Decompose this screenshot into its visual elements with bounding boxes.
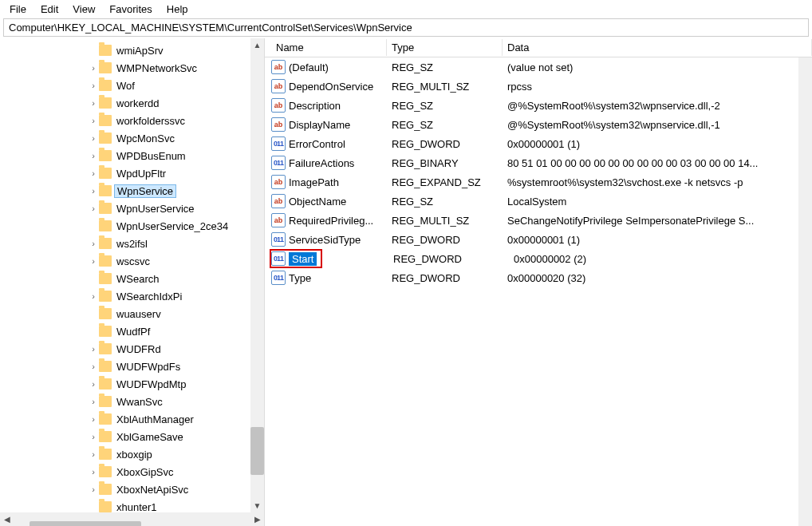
tree-item[interactable]: ›XboxGipSvc [0,463,264,481]
value-type: REG_SZ [387,100,503,112]
tree-item[interactable]: ›XboxNetApiSvc [0,481,264,498]
chevron-right-icon[interactable]: › [88,239,99,248]
tree-list: wmiApSrv›WMPNetworkSvc›Wof›workerdd›work… [0,38,264,512]
tree-item[interactable]: ›xboxgip [0,445,264,463]
tree-item[interactable]: ›WUDFWpdFs [0,358,264,375]
chevron-right-icon[interactable]: › [88,256,99,266]
registry-value-row[interactable]: abRequiredPrivileg...REG_MULTI_SZSeChang… [265,211,812,230]
folder-icon [99,308,112,319]
column-header-data[interactable]: Data [503,39,812,56]
value-name: FailureActions [289,157,354,169]
chevron-right-icon[interactable]: › [88,432,99,441]
string-value-icon: ab [271,194,286,208]
registry-value-row[interactable]: 011ServiceSidTypeREG_DWORD0x00000001 (1) [265,230,812,249]
chevron-right-icon[interactable]: › [88,98,99,108]
chevron-right-icon[interactable]: › [88,204,99,213]
scroll-left-icon[interactable]: ◀ [0,515,14,524]
values-vertical-scrollbar[interactable] [798,57,812,526]
registry-value-row[interactable]: abObjectNameREG_SZLocalSystem [265,192,812,211]
tree-item[interactable]: ›WUDFWpdMtp [0,375,264,393]
tree-item[interactable]: ›XblGameSave [0,428,264,445]
chevron-right-icon[interactable]: › [88,186,99,196]
tree-vertical-scrollbar[interactable]: ▲ ▼ [250,38,264,512]
tree-item[interactable]: ›WSearchIdxPi [0,287,264,305]
registry-value-row[interactable]: abDisplayNameREG_SZ@%SystemRoot%\system3… [265,115,812,134]
registry-value-row[interactable]: 011TypeREG_DWORD0x00000020 (32) [265,268,812,287]
chevron-right-icon[interactable]: › [88,81,99,90]
address-bar[interactable]: Computer\HKEY_LOCAL_MACHINE\SYSTEM\Curre… [3,18,809,37]
column-header-name[interactable]: Name [271,39,387,56]
chevron-right-icon[interactable]: › [88,151,99,160]
chevron-right-icon[interactable]: › [88,168,99,178]
tree-item[interactable]: ›WUDFRd [0,340,264,358]
tree-item[interactable]: wmiApSrv [0,42,264,59]
chevron-right-icon[interactable]: › [88,414,99,424]
tree-item-label: WpnService [114,184,176,198]
tree-item[interactable]: ›XblAuthManager [0,410,264,428]
tree-item[interactable]: ›ws2ifsl [0,235,264,252]
tree-item-label: workerdd [115,97,160,109]
chevron-right-icon[interactable]: › [88,449,99,459]
registry-value-row-selected[interactable]: 011Start [270,249,322,268]
value-name: ErrorControl [289,138,345,150]
chevron-right-icon[interactable]: › [88,344,99,354]
value-name: DependOnService [289,81,373,93]
tree-item[interactable]: ›WMPNetworkSvc [0,59,264,77]
menu-edit[interactable]: Edit [34,2,65,17]
tree-item[interactable]: ›WpcMonSvc [0,129,264,147]
chevron-right-icon[interactable]: › [88,63,99,73]
registry-value-row[interactable]: 011FailureActionsREG_BINARY80 51 01 00 0… [265,153,812,172]
scroll-up-icon[interactable]: ▲ [250,38,264,52]
tree-item[interactable]: ›WPDBusEnum [0,147,264,164]
chevron-right-icon[interactable]: › [88,467,99,477]
scroll-down-icon[interactable]: ▼ [250,499,264,512]
chevron-right-icon[interactable]: › [88,379,99,389]
menu-favorites[interactable]: Favorites [103,2,158,17]
folder-icon [99,185,112,196]
registry-value-row[interactable]: abDescriptionREG_SZ@%SystemRoot%\system3… [265,96,812,115]
tree-item[interactable]: ›WwanSvc [0,393,264,410]
menu-view[interactable]: View [66,2,101,17]
tree-item-label: WPDBusEnum [115,150,187,162]
value-data: LocalSystem [503,196,812,208]
value-data: 0x00000001 (1) [503,234,812,246]
chevron-right-icon[interactable]: › [88,484,99,494]
tree-item[interactable]: wuauserv [0,305,264,322]
registry-value-row[interactable]: ab(Default)REG_SZ(value not set) [265,57,812,77]
registry-value-row[interactable]: abDependOnServiceREG_MULTI_SZrpcss [265,77,812,96]
tree-item-label: xboxgip [115,449,154,461]
string-value-icon: ab [271,213,286,227]
tree-item[interactable]: WpnUserService_2ce34 [0,217,264,235]
tree-item[interactable]: ›WpnUserService [0,200,264,217]
registry-value-row[interactable]: abImagePathREG_EXPAND_SZ%systemroot%\sys… [265,172,812,192]
folder-icon [99,396,112,407]
chevron-right-icon[interactable]: › [88,116,99,125]
scroll-right-icon[interactable]: ▶ [250,515,264,524]
tree-item[interactable]: ›wscsvc [0,252,264,270]
registry-value-row[interactable]: 011ErrorControlREG_DWORD0x00000001 (1) [265,134,812,153]
value-type: REG_DWORD [387,234,503,246]
tree-item[interactable]: ›workerdd [0,94,264,112]
tree-item[interactable]: xhunter1 [0,498,264,512]
tree-item[interactable]: WudfPf [0,322,264,340]
tree-item[interactable]: ›workfolderssvc [0,112,264,129]
tree-item[interactable]: ›WpdUpFltr [0,164,264,182]
scroll-thumb[interactable] [250,427,264,475]
chevron-right-icon[interactable]: › [88,291,99,301]
value-type: REG_DWORD [387,138,503,150]
hscroll-thumb[interactable] [30,521,141,527]
string-value-icon: ab [271,79,286,93]
folder-icon [99,449,112,460]
chevron-right-icon[interactable]: › [88,397,99,406]
menu-file[interactable]: File [3,2,33,17]
column-header-type[interactable]: Type [387,39,503,56]
tree-item[interactable]: ›WpnService [0,182,264,200]
binary-value-icon: 011 [271,271,286,285]
tree-horizontal-scrollbar[interactable]: ◀ ▶ [0,512,264,526]
folder-icon [99,45,112,56]
tree-item[interactable]: ›Wof [0,77,264,94]
menu-help[interactable]: Help [160,2,195,17]
tree-item[interactable]: WSearch [0,270,264,287]
chevron-right-icon[interactable]: › [88,362,99,371]
chevron-right-icon[interactable]: › [88,133,99,143]
